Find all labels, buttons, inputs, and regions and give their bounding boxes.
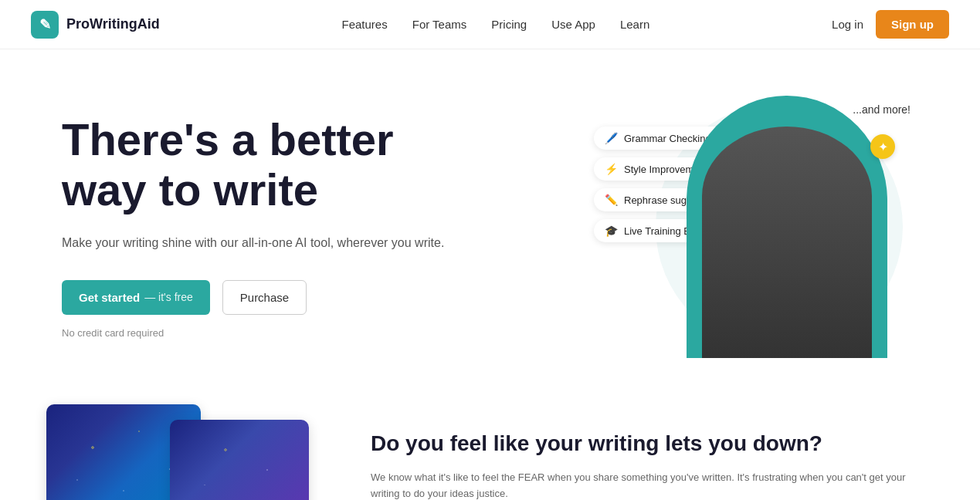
hero-illustration: 🖊️ Grammar Checking ⚡ Style Improvements… bbox=[594, 96, 918, 358]
nav-link-teams[interactable]: For Teams bbox=[412, 18, 467, 31]
style-icon: ⚡ bbox=[605, 163, 618, 175]
pill-grammar-label: Grammar Checking bbox=[624, 133, 711, 144]
nav-item-teams[interactable]: For Teams bbox=[412, 18, 467, 32]
star-badge: ✦ bbox=[870, 134, 895, 159]
get-started-label: Get started bbox=[79, 291, 140, 304]
section2-title: Do you feel like your writing lets you d… bbox=[371, 430, 918, 458]
signup-button[interactable]: Sign up bbox=[876, 10, 949, 39]
free-tag: — it's free bbox=[144, 291, 193, 303]
hero-title-line1: There's a better bbox=[62, 114, 394, 164]
nav-link-useapp[interactable]: Use App bbox=[551, 18, 595, 31]
hero-cta-group: Get started — it's free Purchase bbox=[62, 280, 444, 315]
nav-item-features[interactable]: Features bbox=[342, 18, 388, 32]
section2-content: Do you feel like your writing lets you d… bbox=[371, 430, 918, 500]
hero-section: There's a better way to write Make your … bbox=[0, 49, 980, 389]
hero-person-illustration bbox=[687, 96, 887, 358]
nav-link-pricing[interactable]: Pricing bbox=[491, 18, 527, 31]
logo-link[interactable]: ✎ ProWritingAid bbox=[31, 11, 160, 39]
nav-item-learn[interactable]: Learn bbox=[620, 18, 649, 32]
navbar: ✎ ProWritingAid Features For Teams Prici… bbox=[0, 0, 980, 49]
section2-body: We know what it's like to feel the FEAR … bbox=[371, 470, 918, 500]
section2: My idea in my head Do you feel like your… bbox=[0, 389, 980, 500]
logo-text: ProWritingAid bbox=[66, 16, 160, 32]
training-icon: 🎓 bbox=[605, 225, 618, 237]
get-started-button[interactable]: Get started — it's free bbox=[62, 280, 210, 315]
hero-subtitle: Make your writing shine with our all-in-… bbox=[62, 234, 444, 252]
person-silhouette bbox=[702, 127, 872, 358]
grammar-icon: 🖊️ bbox=[605, 132, 618, 144]
hero-title-line2: way to write bbox=[62, 164, 318, 215]
nav-item-useapp[interactable]: Use App bbox=[551, 18, 595, 32]
nav-link-features[interactable]: Features bbox=[342, 18, 388, 31]
rephrase-icon: ✏️ bbox=[605, 194, 618, 206]
hero-title: There's a better way to write bbox=[62, 115, 444, 215]
nav-actions: Log in Sign up bbox=[832, 10, 949, 39]
nav-item-pricing[interactable]: Pricing bbox=[491, 18, 527, 32]
purchase-button[interactable]: Purchase bbox=[222, 280, 307, 315]
and-more-text: ...and more! bbox=[853, 103, 910, 116]
no-credit-text: No credit card required bbox=[62, 327, 444, 339]
nav-link-learn[interactable]: Learn bbox=[620, 18, 649, 31]
image-card-front bbox=[170, 420, 309, 500]
nav-links: Features For Teams Pricing Use App Learn bbox=[342, 18, 650, 32]
hero-content: There's a better way to write Make your … bbox=[62, 115, 444, 339]
section2-illustration: My idea in my head bbox=[46, 404, 324, 500]
logo-icon: ✎ bbox=[31, 11, 59, 39]
login-button[interactable]: Log in bbox=[832, 18, 863, 31]
